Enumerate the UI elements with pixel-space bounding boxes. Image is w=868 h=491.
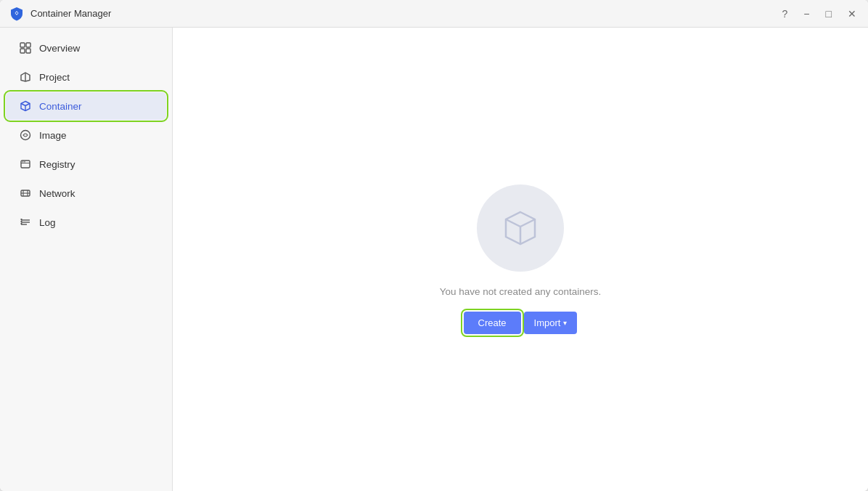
- import-label: Import: [534, 317, 561, 328]
- svg-rect-5: [26, 49, 30, 53]
- registry-icon: [19, 158, 32, 171]
- svg-rect-4: [20, 49, 25, 53]
- svg-rect-26: [21, 223, 22, 224]
- maximize-button[interactable]: □: [823, 7, 835, 20]
- sidebar-item-project[interactable]: Project: [6, 63, 166, 91]
- svg-line-28: [506, 219, 520, 227]
- sidebar-item-overview-label: Overview: [39, 43, 80, 54]
- sidebar-item-registry-label: Registry: [39, 159, 75, 170]
- main-layout: Overview Project: [0, 28, 868, 491]
- sidebar-item-image-label: Image: [39, 130, 67, 141]
- svg-line-9: [21, 104, 25, 106]
- app-title: Container Manager: [30, 8, 779, 19]
- svg-line-29: [520, 219, 535, 227]
- empty-icon: [477, 184, 564, 272]
- create-button[interactable]: Create: [464, 312, 521, 334]
- sidebar-item-container[interactable]: Container: [6, 92, 166, 120]
- log-icon: [19, 216, 32, 229]
- svg-rect-3: [26, 43, 30, 47]
- svg-line-10: [25, 104, 30, 106]
- sidebar-item-log-label: Log: [39, 217, 56, 228]
- sidebar: Overview Project: [0, 28, 173, 491]
- empty-state: You have not created any containers. Cre…: [440, 184, 601, 334]
- empty-message: You have not created any containers.: [440, 286, 601, 297]
- image-icon: [19, 129, 32, 142]
- svg-rect-24: [21, 219, 22, 220]
- sidebar-item-project-label: Project: [39, 72, 70, 83]
- svg-rect-25: [21, 221, 22, 222]
- overview-icon: [19, 41, 32, 54]
- svg-rect-2: [20, 43, 25, 47]
- app-window: Container Manager ? − □ ✕ Overv: [0, 0, 868, 491]
- network-icon: [19, 187, 32, 200]
- sidebar-item-registry[interactable]: Registry: [6, 150, 166, 178]
- sidebar-item-overview[interactable]: Overview: [6, 34, 166, 62]
- close-button[interactable]: ✕: [845, 7, 859, 20]
- container-icon: [19, 100, 32, 113]
- project-icon: [19, 70, 32, 84]
- minimize-button[interactable]: −: [801, 7, 812, 20]
- import-chevron-icon: ▾: [563, 319, 567, 327]
- sidebar-item-log[interactable]: Log: [6, 208, 166, 236]
- help-button[interactable]: ?: [779, 7, 791, 20]
- sidebar-item-image[interactable]: Image: [6, 121, 166, 149]
- svg-point-15: [22, 161, 24, 163]
- sidebar-item-network[interactable]: Network: [6, 179, 166, 207]
- svg-point-16: [24, 161, 25, 163]
- svg-point-12: [21, 131, 30, 140]
- app-logo: [9, 6, 25, 22]
- action-buttons: Create Import ▾: [464, 312, 578, 334]
- content-area: You have not created any containers. Cre…: [173, 28, 868, 491]
- sidebar-item-network-label: Network: [39, 188, 75, 199]
- sidebar-item-container-label: Container: [39, 101, 82, 112]
- window-controls: ? − □ ✕: [779, 7, 859, 20]
- titlebar: Container Manager ? − □ ✕: [0, 0, 868, 28]
- import-button[interactable]: Import ▾: [524, 312, 578, 334]
